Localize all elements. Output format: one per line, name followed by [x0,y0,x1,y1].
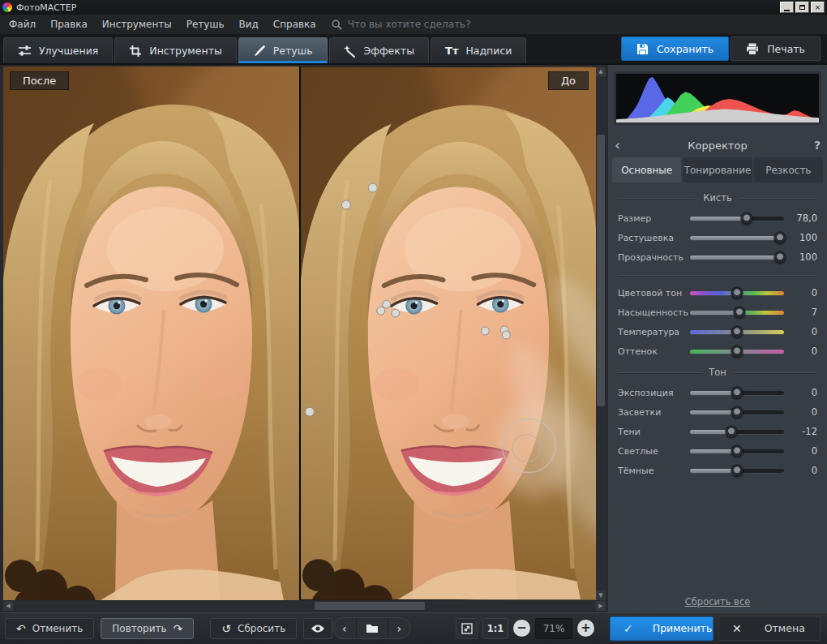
temperature-slider[interactable] [690,330,784,334]
exposure-row: Экспозиция0 [608,383,827,402]
window-title: ФотоМАСТЕР [16,2,76,13]
zoom-actual-size-button[interactable]: 1:1 [482,618,508,639]
vertical-scrollbar[interactable]: ▲ ▼ [596,67,606,600]
size-slider[interactable] [690,217,784,221]
whites-slider[interactable] [690,449,784,453]
scroll-up-icon[interactable]: ▲ [596,67,606,76]
reset-all-link[interactable]: Сбросить все [685,596,751,608]
size-label: Размер [618,213,683,224]
feather-slider[interactable] [690,236,784,240]
zoom-level: 71% [535,618,572,639]
shadows-label: Тени [618,427,683,437]
tab-tools[interactable]: Инструменты [114,37,236,63]
restore-button[interactable] [795,2,809,13]
panel-sections: КистьРазмер78,0Растушевка100Прозрачность… [608,187,827,480]
tab-label: Эффекты [364,45,415,57]
panel-tab-toning[interactable]: Тонирование [683,157,752,182]
tab-captions[interactable]: Tт Надписи [431,37,526,63]
tab-effects[interactable]: Эффекты [329,37,430,63]
temperature-slider-thumb[interactable] [731,326,743,338]
section-title: Тон [709,367,726,378]
shadows-value: -12 [791,426,817,437]
bottom-toolbar: ↶ Отменить Повторить ↷ ↺ Сбросить [0,612,827,644]
hue-slider-thumb[interactable] [731,287,743,299]
tab-retouch[interactable]: Ретушь [238,37,328,63]
reset-button[interactable]: ↺ Сбросить [210,618,297,639]
opacity-label: Прозрачность [618,252,683,263]
menu-edit[interactable]: Правка [43,15,95,34]
whites-slider-thumb[interactable] [731,445,743,457]
exposure-slider[interactable] [690,391,784,395]
saturation-slider-thumb[interactable] [734,307,746,319]
save-button[interactable]: Сохранить [621,36,729,61]
blacks-slider-thumb[interactable] [731,465,743,477]
blacks-slider[interactable] [690,469,784,473]
section-divider [618,275,817,276]
menu-file[interactable]: Файл [2,15,43,34]
size-slider-thumb[interactable] [740,213,752,225]
scroll-left-icon[interactable]: ◀ [3,601,13,611]
tab-enhancements[interactable]: Улучшения [3,37,113,63]
reset-label: Сбросить [238,623,285,634]
opacity-slider-thumb[interactable] [774,251,786,264]
hue-label: Цветовой тон [618,288,683,298]
cancel-button[interactable]: ✕ Отмена [718,616,821,641]
chevron-right-icon: › [397,623,402,634]
highlights-fill [690,410,737,414]
tab-label: Надписи [465,45,512,57]
menu-retouch[interactable]: Ретушь [179,15,232,34]
preview-original-button[interactable] [303,618,332,639]
back-icon[interactable]: ‹ [615,138,632,152]
highlights-slider[interactable] [690,410,784,414]
scroll-right-icon[interactable]: ▶ [596,601,606,611]
minimize-button[interactable] [780,2,794,13]
adjustments-panel: ‹ Корректор ? Основные Тонирование Резко… [608,65,827,612]
horizontal-scroll-thumb[interactable] [315,602,425,610]
next-photo-button[interactable]: › [388,618,411,638]
scroll-down-icon[interactable]: ▼ [596,590,606,600]
close-button[interactable]: × [811,2,825,13]
vertical-scroll-thumb[interactable] [597,135,605,406]
before-image[interactable] [3,67,299,600]
exposure-value: 0 [791,387,817,398]
apply-button[interactable]: ✓ Применить [610,616,713,641]
prev-photo-button[interactable]: ‹ [333,618,356,638]
after-image[interactable] [301,67,596,600]
redo-button[interactable]: Повторить ↷ [101,618,194,639]
tint-row: Оттенок0 [608,341,827,361]
open-folder-button[interactable] [356,618,388,638]
help-icon[interactable]: ? [803,140,821,151]
opacity-slider[interactable] [690,255,784,260]
check-icon: ✓ [623,623,633,634]
feather-slider-thumb[interactable] [774,232,786,244]
shadows-slider[interactable] [690,430,784,434]
exposure-label: Экспозиция [618,388,683,398]
exposure-slider-thumb[interactable] [731,387,743,399]
menu-view[interactable]: Вид [231,15,265,34]
saturation-slider[interactable] [690,311,784,315]
panel-tab-sharpness[interactable]: Резкость [754,157,823,182]
eye-icon [311,624,325,633]
horizontal-scrollbar[interactable]: ◀ ▶ [3,601,606,611]
photomaster-window: ФотоМАСТЕР × Файл Правка Инструменты Рет… [0,0,827,644]
undo-button[interactable]: ↶ Отменить [5,618,94,639]
shadows-slider-thumb[interactable] [726,426,738,438]
panel-tab-basic[interactable]: Основные [612,157,681,182]
print-button[interactable]: Печать [731,36,821,61]
zoom-out-button[interactable]: − [513,620,530,637]
whites-row: Светлые0 [608,441,827,461]
redo-label: Повторить [112,623,166,634]
highlights-slider-thumb[interactable] [731,406,743,419]
hue-slider[interactable] [690,291,784,295]
wand-icon [344,45,357,58]
zoom-in-button[interactable]: + [577,620,594,637]
menu-help[interactable]: Справка [266,15,324,34]
tint-slider[interactable] [690,350,784,354]
tint-slider-thumb[interactable] [731,346,743,358]
search-box[interactable]: Что вы хотите сделать? [332,19,471,30]
fit-screen-button[interactable] [456,618,478,639]
menu-tools[interactable]: Инструменты [95,15,179,34]
tab-label: Ретушь [273,45,313,57]
tab-label: Улучшения [39,45,98,57]
apply-label: Применить [653,622,713,634]
